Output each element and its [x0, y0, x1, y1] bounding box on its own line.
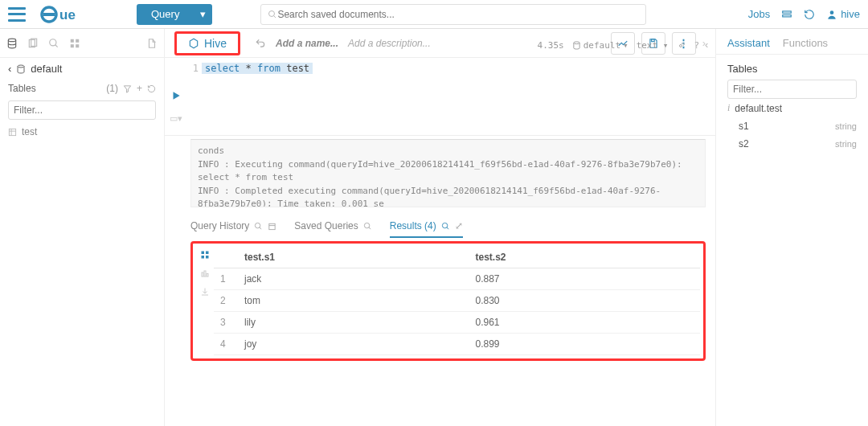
- sql-editor[interactable]: 4.35s default ▾ text ▾ ? 1 select * from…: [187, 58, 715, 135]
- new-doc-icon[interactable]: [146, 38, 158, 49]
- tab-results[interactable]: Results (4) ⤢: [390, 220, 463, 238]
- download-icon[interactable]: [200, 287, 210, 299]
- filter-icon[interactable]: [123, 84, 132, 93]
- assistant-column[interactable]: s1string: [727, 117, 857, 135]
- refresh-tables-icon[interactable]: [147, 84, 156, 93]
- top-right-links: Jobs hive: [748, 8, 860, 20]
- svg-point-32: [442, 223, 447, 227]
- svg-rect-37: [206, 256, 209, 259]
- collapse-right-icon[interactable]: ‹: [705, 39, 708, 51]
- jobs-link[interactable]: Jobs: [748, 8, 770, 20]
- svg-point-25: [680, 44, 682, 47]
- user-label: hive: [841, 8, 860, 20]
- snippet-menu-icon[interactable]: ▭▾: [170, 113, 182, 124]
- tables-label: Tables: [8, 83, 36, 94]
- query-log: conds INFO : Executing command(queryId=h…: [190, 139, 706, 207]
- svg-rect-35: [206, 252, 209, 255]
- settings-icon[interactable]: [676, 41, 686, 51]
- user-icon: [826, 9, 837, 20]
- db-select[interactable]: default ▾: [572, 40, 628, 51]
- svg-line-4: [274, 15, 276, 18]
- log-line: INFO : Executing command(queryId=hive_20…: [198, 158, 698, 185]
- db-name: default: [31, 63, 62, 75]
- tab-functions[interactable]: Functions: [783, 37, 828, 49]
- svg-rect-34: [202, 252, 205, 255]
- tab-query-history[interactable]: Query History: [190, 220, 276, 238]
- apps-icon[interactable]: [69, 38, 80, 49]
- line-number: 1: [187, 63, 202, 74]
- info-icon: i: [727, 102, 730, 114]
- svg-rect-13: [71, 39, 74, 42]
- svg-point-30: [364, 223, 369, 227]
- help-icon[interactable]: ?: [694, 40, 699, 51]
- svg-rect-16: [76, 44, 79, 47]
- assistant-tables-header: Tables: [727, 63, 857, 75]
- hue-logo[interactable]: ue: [40, 6, 96, 23]
- db-icon[interactable]: [6, 38, 18, 49]
- table-name: test: [22, 126, 37, 137]
- chevron-left-icon: ‹: [8, 63, 11, 75]
- result-tabs: Query History Saved Queries Results (4) …: [165, 215, 715, 238]
- table-list-item[interactable]: test: [0, 123, 164, 141]
- tab-assistant[interactable]: Assistant: [727, 37, 770, 49]
- expand-results-icon[interactable]: ⤢: [455, 220, 463, 231]
- tables-header: Tables (1) +: [0, 80, 164, 97]
- files-icon[interactable]: [27, 38, 39, 49]
- db-breadcrumb[interactable]: ‹ default: [0, 58, 164, 80]
- chart-view-icon[interactable]: [200, 268, 210, 281]
- query-desc-input[interactable]: Add a description...: [348, 38, 431, 49]
- sql-line: select * from test: [202, 63, 313, 74]
- svg-text:ue: ue: [59, 7, 76, 23]
- results-panel: test.s1 test.s2 1jack0.887 2tom0.830 3li…: [190, 241, 706, 361]
- svg-rect-5: [783, 10, 792, 12]
- user-menu[interactable]: hive: [826, 8, 860, 20]
- query-dropdown[interactable]: ▾: [194, 4, 212, 25]
- svg-rect-14: [76, 39, 79, 42]
- svg-rect-28: [269, 223, 275, 229]
- col-header[interactable]: test.s2: [469, 247, 701, 268]
- svg-rect-19: [9, 129, 15, 135]
- assistant-table-item[interactable]: i default.test: [727, 99, 857, 117]
- top-bar: ue Query ▾ Jobs hive: [0, 0, 868, 29]
- left-filter-input[interactable]: [8, 100, 156, 120]
- query-button-group: Query ▾: [137, 4, 212, 25]
- assistant-filter-input[interactable]: [727, 80, 857, 99]
- run-button[interactable]: [170, 90, 182, 104]
- tables-count: (1): [106, 83, 118, 94]
- global-search[interactable]: [260, 4, 646, 25]
- svg-rect-36: [202, 256, 205, 259]
- search-icon: [268, 10, 277, 19]
- tab-saved-queries[interactable]: Saved Queries: [294, 220, 371, 238]
- undo-icon[interactable]: [255, 38, 266, 49]
- search-left-icon[interactable]: [48, 38, 59, 49]
- svg-rect-38: [202, 272, 203, 276]
- col-index[interactable]: [214, 247, 238, 268]
- hive-icon: [188, 38, 199, 49]
- log-line: INFO : Completed executing command(query…: [198, 185, 698, 208]
- table-row[interactable]: 3lily0.961: [214, 312, 700, 334]
- format-select[interactable]: text ▾: [637, 40, 669, 51]
- svg-marker-18: [124, 85, 130, 92]
- svg-line-33: [447, 227, 448, 228]
- table-icon: [8, 128, 17, 137]
- svg-point-17: [18, 65, 24, 68]
- query-button[interactable]: Query: [137, 4, 194, 25]
- table-row[interactable]: 2tom0.830: [214, 290, 700, 312]
- col-header[interactable]: test.s1: [238, 247, 469, 268]
- log-line: conds: [198, 145, 698, 158]
- grid-view-icon[interactable]: [200, 250, 210, 262]
- table-row[interactable]: 1jack0.887: [214, 268, 700, 290]
- engine-selector[interactable]: Hive: [174, 31, 240, 55]
- center-panel: Hive Add a name... Add a description... …: [165, 29, 715, 426]
- table-row[interactable]: 4joy0.899: [214, 334, 700, 355]
- global-search-input[interactable]: [277, 9, 639, 20]
- history-icon[interactable]: [804, 9, 815, 20]
- menu-icon[interactable]: [8, 7, 26, 22]
- assistant-column[interactable]: s2string: [727, 135, 857, 153]
- jobs-icon[interactable]: [781, 9, 792, 20]
- svg-rect-15: [71, 44, 74, 47]
- svg-rect-6: [783, 14, 792, 16]
- svg-line-12: [55, 44, 58, 47]
- add-table-icon[interactable]: +: [137, 83, 142, 94]
- query-name-input[interactable]: Add a name...: [276, 38, 338, 49]
